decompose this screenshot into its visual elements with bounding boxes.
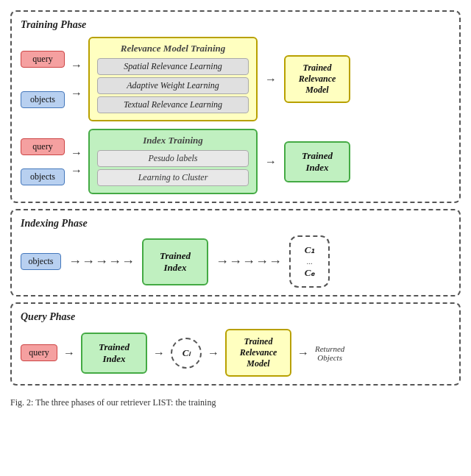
index-objects-input: objects <box>21 168 65 185</box>
cluster-cc: Cₑ <box>305 267 315 279</box>
index-training-box: Index Training Pesudo labels Learning to… <box>88 129 258 194</box>
ci-label: Cᵢ <box>183 347 191 359</box>
indexing-phase-box: Indexing Phase objects →→→→→ Trained Ind… <box>10 209 461 296</box>
trained-relevance-line2: Relevance <box>299 74 336 84</box>
trained-index-line1: Trained <box>302 150 333 161</box>
pseudo-labels-item: Pesudo labels <box>97 150 249 167</box>
query-relevance-line3: Model <box>247 358 269 369</box>
indexing-trained-index-box: Trained Index <box>142 238 208 285</box>
index-inputs: query objects <box>21 138 65 185</box>
query-relevance-model-box: Trained Relevance Model <box>225 329 291 377</box>
adaptive-weight-item: Adaptive Weight Learning <box>97 77 249 94</box>
returned-line1: Returned <box>315 344 344 353</box>
relevance-model-title: Relevance Model Training <box>97 43 249 54</box>
training-phase-box: Training Phase query objects → → <box>10 10 461 203</box>
query-arrow-2: → <box>153 347 165 360</box>
query-arrow-4: → <box>297 347 309 360</box>
indexing-trained-index-line1: Trained <box>160 250 191 261</box>
indexing-phase-label: Indexing Phase <box>21 218 450 230</box>
cluster-output-box: C₁ ... Cₑ <box>289 235 330 288</box>
index-query-input: query <box>21 138 65 155</box>
relevance-objects-input: objects <box>21 91 65 108</box>
indexing-objects-input: objects <box>21 253 61 270</box>
arrow-to-trained-index: → <box>265 155 277 168</box>
trained-relevance-line1: Trained <box>303 63 332 73</box>
query-trained-index-line1: Trained <box>99 341 130 352</box>
training-phase-content: query objects → → Relevance Model Traini… <box>21 37 450 194</box>
query-arrow-1: → <box>63 347 75 360</box>
indexing-arrow-2: →→→→→ <box>216 254 282 269</box>
index-training-title: Index Training <box>97 135 249 146</box>
relevance-query-input: query <box>21 51 65 68</box>
relevance-training-row: query objects → → Relevance Model Traini… <box>21 37 450 121</box>
query-phase-input: query <box>21 344 57 361</box>
indexing-trained-index-line2: Index <box>163 262 186 273</box>
training-phase-label: Training Phase <box>21 19 450 31</box>
relevance-inputs: query objects <box>21 51 65 108</box>
query-section: query → Trained Index → Cᵢ → Trained Rel… <box>21 329 450 377</box>
trained-relevance-line3: Model <box>305 85 328 95</box>
learning-to-cluster-item: Learning to Cluster <box>97 169 249 186</box>
main-container: Training Phase query objects → → <box>7 7 464 412</box>
ci-circle: Cᵢ <box>171 338 202 369</box>
figure-caption: Fig. 2: The three phases of our retrieve… <box>10 396 461 409</box>
arrow-2: → <box>71 87 82 100</box>
cluster-dots: ... <box>306 257 312 266</box>
query-phase-box: Query Phase query → Trained Index → Cᵢ →… <box>10 302 461 386</box>
relevance-model-training-box: Relevance Model Training Spatial Relevan… <box>88 37 258 121</box>
relevance-arrows: → → <box>69 59 84 100</box>
arrow-to-relevance-model: → <box>265 73 277 86</box>
index-training-row: query objects → → Index Training Pesudo … <box>21 129 450 194</box>
query-arrow-3: → <box>208 347 219 360</box>
query-trained-index-box: Trained Index <box>81 333 147 374</box>
arrow-4: → <box>71 164 82 177</box>
query-relevance-line1: Trained <box>244 336 273 347</box>
query-phase-label: Query Phase <box>21 311 450 323</box>
query-relevance-line2: Relevance <box>240 347 277 358</box>
trained-index-line2: Index <box>305 162 328 173</box>
index-arrows: → → <box>69 146 84 177</box>
arrow-1: → <box>71 59 82 72</box>
trained-relevance-model-box: Trained Relevance Model <box>284 55 350 103</box>
indexing-arrow-1: →→→→→ <box>68 254 135 269</box>
query-trained-index-line2: Index <box>102 353 125 364</box>
returned-line2: Objects <box>317 353 342 362</box>
returned-objects-label: Returned Objects <box>315 344 344 362</box>
cluster-c1: C₁ <box>305 244 315 256</box>
arrow-3: → <box>71 146 82 160</box>
spatial-relevance-item: Spatial Relevance Learning <box>97 58 249 75</box>
textual-relevance-item: Textual Relevance Learning <box>97 96 249 113</box>
indexing-section: objects →→→→→ Trained Index →→→→→ C₁ ...… <box>21 235 450 288</box>
trained-index-training-output: Trained Index <box>284 141 350 182</box>
